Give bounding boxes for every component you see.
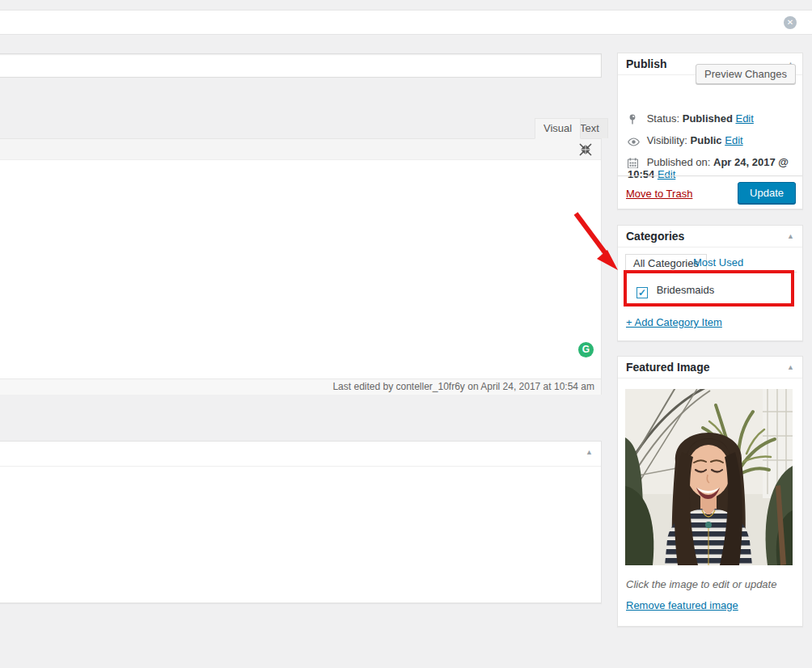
pin-icon bbox=[628, 114, 641, 125]
remove-featured-image-link[interactable]: Remove featured image bbox=[626, 599, 738, 611]
edit-status-link[interactable]: Edit bbox=[735, 112, 753, 125]
editor-toolbar bbox=[0, 139, 601, 160]
category-tabs: All Categories Most Used bbox=[625, 254, 797, 273]
categories-title: Categories bbox=[626, 230, 684, 243]
publish-actions: Move to Trash Update bbox=[618, 175, 802, 209]
wordpress-edit-screen: ✕ Visual Text G Last edited by conteller… bbox=[0, 0, 812, 668]
categories-panel: Categories ▲ All Categories Most Used ✓ … bbox=[617, 225, 803, 341]
tab-visual[interactable]: Visual bbox=[535, 118, 581, 139]
category-checkbox[interactable]: ✓ bbox=[636, 287, 648, 298]
visibility-value: Public bbox=[691, 134, 722, 146]
categories-panel-header[interactable]: Categories ▲ bbox=[618, 226, 802, 247]
status-label: Status: bbox=[647, 112, 679, 125]
featured-image-panel-header[interactable]: Featured Image ▲ bbox=[618, 357, 802, 378]
collapse-icon[interactable]: ▲ bbox=[586, 448, 593, 456]
last-edited-text: Last edited by conteller_10fr6y on April… bbox=[332, 381, 594, 392]
category-item-bridesmaids[interactable]: ✓ Bridesmaids bbox=[636, 284, 714, 298]
edit-visibility-link[interactable]: Edit bbox=[725, 134, 742, 146]
editor-content-area[interactable]: G bbox=[0, 160, 601, 378]
post-title-input[interactable] bbox=[0, 53, 602, 78]
eye-icon bbox=[628, 137, 641, 146]
publish-title: Publish bbox=[626, 57, 667, 70]
grammarly-icon[interactable]: G bbox=[578, 342, 594, 357]
admin-notice: ✕ bbox=[0, 10, 812, 35]
content-editor: G Last edited by conteller_10fr6y on Apr… bbox=[0, 138, 602, 395]
expand-arrows-icon[interactable] bbox=[578, 142, 593, 157]
tab-most-used[interactable]: Most Used bbox=[693, 256, 743, 268]
visibility-label: Visibility: bbox=[647, 134, 687, 146]
collapse-icon[interactable]: ▲ bbox=[787, 226, 794, 247]
status-value: Published bbox=[683, 112, 733, 125]
calendar-icon bbox=[628, 158, 641, 168]
collapse-icon[interactable]: ▲ bbox=[787, 357, 794, 378]
featured-image[interactable] bbox=[625, 389, 793, 565]
status-row: Status: Published Edit bbox=[628, 112, 754, 125]
featured-image-caption: Click the image to edit or update bbox=[626, 578, 776, 590]
editor-status-bar: Last edited by conteller_10fr6y on April… bbox=[0, 378, 601, 395]
dismiss-notice-icon[interactable]: ✕ bbox=[784, 16, 797, 29]
add-category-link[interactable]: + Add Category Item bbox=[626, 316, 722, 328]
visibility-row: Visibility: Public Edit bbox=[628, 134, 743, 146]
preview-changes-button[interactable]: Preview Changes bbox=[696, 64, 796, 84]
metabox-header[interactable]: ▲ bbox=[0, 442, 601, 467]
featured-image-title: Featured Image bbox=[626, 361, 709, 374]
featured-image-panel: Featured Image ▲ bbox=[617, 356, 803, 627]
metabox: ▲ bbox=[0, 441, 602, 603]
update-button[interactable]: Update bbox=[738, 182, 796, 204]
category-label: Bridesmaids bbox=[657, 284, 715, 296]
published-label: Published on: bbox=[647, 156, 711, 168]
move-to-trash-link[interactable]: Move to Trash bbox=[626, 188, 692, 200]
publish-panel: Publish ▲ Preview Changes Status: Publis… bbox=[617, 53, 803, 209]
